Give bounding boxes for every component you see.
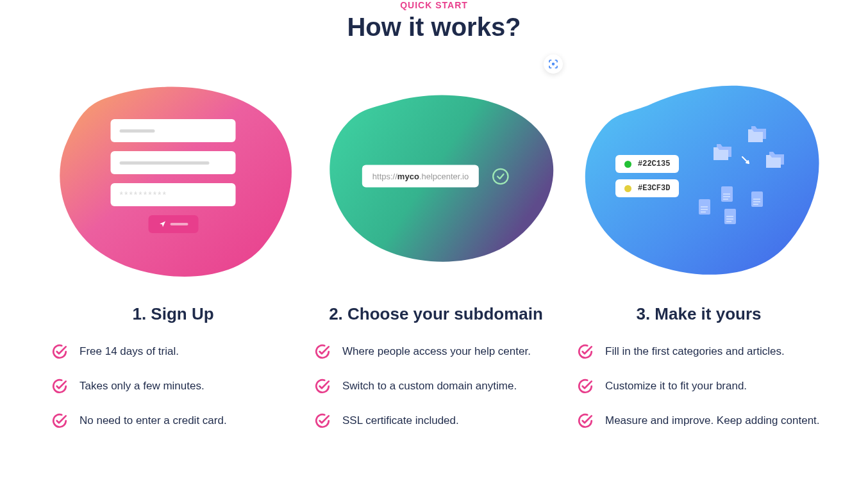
- subdomain-illustration: https://myco.helpcenter.io: [314, 67, 558, 285]
- section-header: QUICK START How it works?: [51, 0, 817, 42]
- step-bullets-2: Where people access your help center. Sw…: [314, 343, 558, 447]
- check-circle-icon: [492, 167, 510, 185]
- step-signup: ********** 1. Sign Up Free 14 days of tr…: [51, 67, 295, 447]
- bullet-text: Switch to a custom domain anytime.: [342, 378, 517, 394]
- domain-prefix: https://: [372, 172, 397, 181]
- mock-submit-button: [148, 215, 198, 233]
- color-chip-2: #E3CF3D: [615, 179, 679, 197]
- bullet-item: Customize it to fit your brand.: [577, 378, 821, 394]
- domain-suffix: .helpcenter.io: [419, 172, 469, 181]
- section-title: How it works?: [51, 13, 817, 42]
- bullet-text: SSL certificate included.: [342, 412, 459, 429]
- bullet-text: Where people access your help center.: [342, 343, 531, 360]
- check-icon: [51, 343, 68, 360]
- step-subdomain: https://myco.helpcenter.io 2. Choose you…: [314, 67, 558, 447]
- bullet-item: SSL certificate included.: [314, 412, 558, 429]
- bullet-item: Free 14 days of trial.: [51, 343, 295, 360]
- swatch-icon: [624, 161, 631, 168]
- bullet-item: Switch to a custom domain anytime.: [314, 378, 558, 394]
- bullet-item: No need to enter a credit card.: [51, 412, 295, 429]
- color-label: #22C135: [638, 159, 670, 168]
- step-title-2: 2. Choose your subdomain: [329, 304, 543, 324]
- step-bullets-1: Free 14 days of trial. Takes only a few …: [51, 343, 295, 447]
- mock-input-password: **********: [111, 183, 236, 206]
- check-icon: [314, 378, 331, 394]
- svg-point-1: [494, 168, 508, 183]
- step-title-1: 1. Sign Up: [132, 304, 213, 324]
- step-bullets-3: Fill in the first categories and article…: [577, 343, 821, 447]
- color-label: #E3CF3D: [638, 184, 670, 193]
- step-title-3: 3. Make it yours: [636, 304, 761, 324]
- customize-illustration: #22C135 #E3CF3D: [577, 67, 821, 285]
- domain-preview: https://myco.helpcenter.io: [362, 165, 479, 188]
- bullet-text: No need to enter a credit card.: [79, 412, 227, 429]
- bullet-text: Free 14 days of trial.: [79, 343, 179, 360]
- check-icon: [577, 343, 594, 360]
- check-icon: [51, 412, 68, 429]
- bullet-text: Fill in the first categories and article…: [605, 343, 785, 360]
- steps-row: ********** 1. Sign Up Free 14 days of tr…: [51, 67, 817, 447]
- svg-point-0: [553, 63, 555, 65]
- bullet-text: Customize it to fit your brand.: [605, 378, 747, 394]
- check-icon: [51, 378, 68, 394]
- docs-group: [699, 186, 782, 240]
- mock-input-1: [111, 119, 236, 142]
- color-chip-1: #22C135: [615, 155, 679, 173]
- check-icon: [577, 412, 594, 429]
- swatch-icon: [624, 185, 631, 192]
- eyebrow-text: QUICK START: [51, 0, 817, 10]
- bullet-item: Fill in the first categories and article…: [577, 343, 821, 360]
- folders-group: [712, 125, 795, 185]
- domain-bold: myco: [397, 172, 419, 181]
- bullet-text: Measure and improve. Keep adding content…: [605, 412, 820, 429]
- bullet-text: Takes only a few minutes.: [79, 378, 204, 394]
- check-icon: [314, 412, 331, 429]
- check-icon: [577, 378, 594, 394]
- bullet-item: Measure and improve. Keep adding content…: [577, 412, 821, 429]
- signup-illustration: **********: [51, 67, 295, 285]
- bullet-item: Where people access your help center.: [314, 343, 558, 360]
- step-customize: #22C135 #E3CF3D: [577, 67, 821, 447]
- check-icon: [314, 343, 331, 360]
- mock-input-2: [111, 151, 236, 174]
- bullet-item: Takes only a few minutes.: [51, 378, 295, 394]
